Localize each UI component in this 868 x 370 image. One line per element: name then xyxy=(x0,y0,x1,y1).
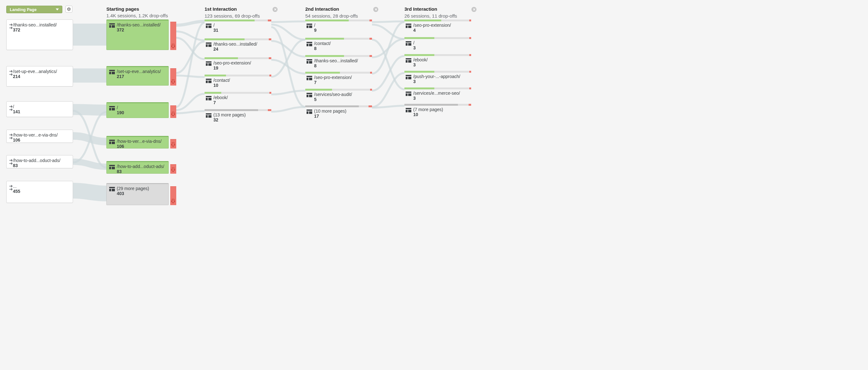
entry-arrow-icon: ➜➜ xyxy=(9,22,13,29)
more-pages-card[interactable]: (29 more pages)403 xyxy=(106,183,169,205)
source-card[interactable]: ➜➜/thanks-seo...installed/372 xyxy=(6,20,73,50)
source-card[interactable]: ➜➜/how-to-ver...e-via-dns/106 xyxy=(6,130,73,143)
source-card[interactable]: ➜➜/how-to-add...oduct-ads/83 xyxy=(6,155,73,168)
col-title: 1st Interaction xyxy=(205,6,237,12)
row-bar xyxy=(205,92,271,94)
page-count: 190 xyxy=(117,110,124,115)
page-icon xyxy=(307,42,312,46)
interaction-row[interactable]: /ebook/7 xyxy=(205,92,271,105)
row-bar xyxy=(404,104,471,106)
page-icon xyxy=(109,70,115,74)
interaction-row[interactable]: /contact/8 xyxy=(305,38,372,51)
dropoff-bar xyxy=(170,164,176,174)
interaction-row[interactable]: /contact/10 xyxy=(205,74,271,88)
more-pages-row[interactable]: (13 more pages)32 xyxy=(205,109,271,122)
row-path: (7 more pages) xyxy=(413,107,470,112)
page-icon xyxy=(307,93,312,97)
source-count: 83 xyxy=(13,163,70,168)
interaction-row[interactable]: /thanks-seo...installed/24 xyxy=(205,38,271,52)
page-icon xyxy=(406,41,411,45)
row-bar xyxy=(404,88,471,89)
row-path: /contact/ xyxy=(213,78,270,83)
interaction-row[interactable]: /seo-pro-extension/7 xyxy=(305,72,372,85)
row-bar xyxy=(205,20,271,21)
more-pages-row[interactable]: (10 more pages)17 xyxy=(305,105,372,119)
row-count: 31 xyxy=(213,28,270,33)
page-icon xyxy=(206,79,212,83)
interaction-row[interactable]: /services/seo-audit/5 xyxy=(305,89,372,102)
more-pages-row[interactable]: (7 more pages)10 xyxy=(404,104,471,117)
row-count: 5 xyxy=(314,97,371,102)
col-header-int2: 2nd Interaction ✕ 54 sessions, 28 drop-o… xyxy=(305,6,378,19)
starting-page-card[interactable]: /thanks-seo...installed/372 xyxy=(106,20,169,50)
interaction-row[interactable]: /thanks-seo...installed/8 xyxy=(305,55,372,68)
row-bar xyxy=(305,38,372,40)
interaction-row[interactable]: /9 xyxy=(305,20,372,33)
row-bar xyxy=(305,20,372,21)
interaction-row[interactable]: /services/e...merce-seo/3 xyxy=(404,88,471,101)
entry-arrow-icon: ➜➜ xyxy=(9,184,13,191)
col-header-int3: 3rd Interaction ✕ 26 sessions, 11 drop-o… xyxy=(404,6,476,19)
landing-page-dropdown[interactable]: Landing Page xyxy=(6,6,62,13)
close-icon[interactable]: ✕ xyxy=(373,7,378,12)
page-path: /set-up-eve...analytics/ xyxy=(117,69,161,74)
row-path: / xyxy=(213,23,270,28)
page-path: (29 more pages) xyxy=(117,186,149,191)
gear-icon xyxy=(67,7,71,11)
entry-arrow-icon: ➜➜ xyxy=(9,132,13,140)
dropoff-arrow-icon xyxy=(171,79,175,84)
row-path: / xyxy=(413,40,470,45)
close-icon[interactable]: ✕ xyxy=(273,7,278,12)
source-path: /how-to-ver...e-via-dns/ xyxy=(13,132,70,137)
page-icon xyxy=(406,75,411,79)
row-path: /seo-pro-extension/ xyxy=(413,23,470,28)
source-path: /thanks-seo...installed/ xyxy=(13,22,70,27)
starting-page-card[interactable]: /how-to-add...oduct-ads/83 xyxy=(106,161,169,174)
interaction-row[interactable]: /ebook/3 xyxy=(404,54,471,67)
row-count: 19 xyxy=(213,65,270,70)
interaction-row[interactable]: /seo-pro-extension/19 xyxy=(205,57,271,70)
page-icon xyxy=(307,59,312,64)
interaction-row[interactable]: /push-your-...-approach/3 xyxy=(404,71,471,84)
row-path: /contact/ xyxy=(314,41,371,46)
starting-page-card[interactable]: /how-to-ver...e-via-dns/106 xyxy=(106,136,169,149)
col-header-int1: 1st Interaction ✕ 123 sessions, 69 drop-… xyxy=(205,6,278,19)
row-bar xyxy=(305,55,372,57)
row-count: 8 xyxy=(314,46,371,51)
source-path: /how-to-add...oduct-ads/ xyxy=(13,158,70,163)
source-count: 214 xyxy=(13,74,70,79)
entry-arrow-icon: ➜➜ xyxy=(9,69,13,76)
row-path: (13 more pages) xyxy=(213,112,270,117)
row-count: 17 xyxy=(314,114,371,119)
source-card[interactable]: ➜➜/141 xyxy=(6,101,73,117)
col-title: 2nd Interaction xyxy=(305,6,339,12)
interaction-row[interactable]: /31 xyxy=(205,20,271,33)
row-count: 8 xyxy=(314,63,371,68)
row-count: 24 xyxy=(213,47,270,52)
row-count: 32 xyxy=(213,117,270,122)
row-bar xyxy=(404,20,471,21)
source-card[interactable]: ➜➜...455 xyxy=(6,181,73,203)
starting-page-card[interactable]: /set-up-eve...analytics/217 xyxy=(106,66,169,86)
interaction-row[interactable]: /seo-pro-extension/4 xyxy=(404,20,471,33)
dropoff-arrow-icon xyxy=(171,199,175,203)
row-bar xyxy=(205,109,271,111)
starting-page-card[interactable]: /190 xyxy=(106,102,169,118)
page-count: 217 xyxy=(117,74,161,79)
page-count: 372 xyxy=(117,27,160,32)
interaction-row[interactable]: /3 xyxy=(404,37,471,50)
page-count: 106 xyxy=(117,144,161,149)
page-icon xyxy=(109,106,115,111)
col-sub: 26 sessions, 11 drop-offs xyxy=(404,12,476,19)
source-card[interactable]: ➜➜/set-up-eve...analytics/214 xyxy=(6,66,73,87)
close-icon[interactable]: ✕ xyxy=(471,7,476,12)
row-count: 3 xyxy=(413,62,470,67)
settings-button[interactable] xyxy=(65,6,72,12)
page-count: 403 xyxy=(117,191,149,196)
page-icon xyxy=(109,23,115,28)
source-count: 455 xyxy=(13,189,70,194)
col-title: 3rd Interaction xyxy=(404,6,437,12)
col-header-starting: Starting pages 1.4K sessions, 1.2K drop-… xyxy=(106,6,168,19)
row-count: 3 xyxy=(413,45,470,50)
row-bar xyxy=(404,37,471,39)
